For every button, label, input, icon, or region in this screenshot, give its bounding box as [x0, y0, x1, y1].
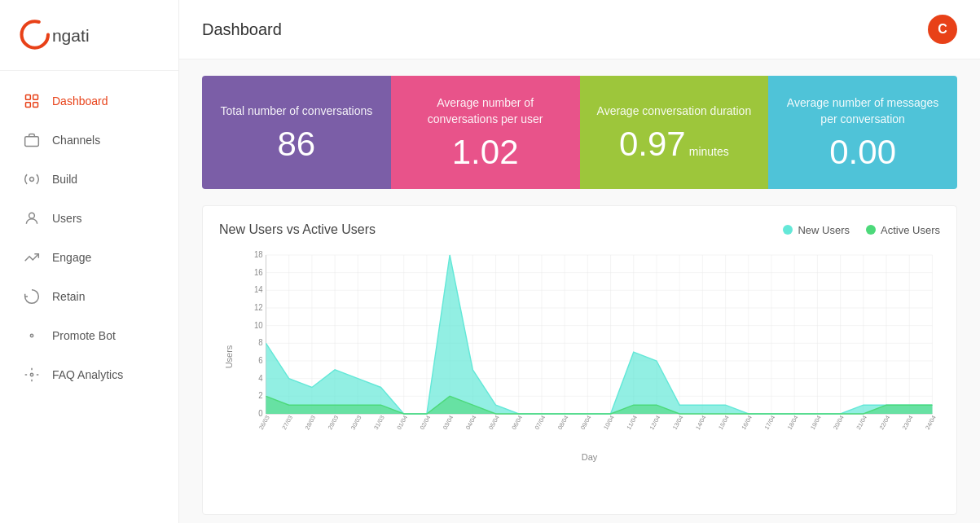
faq-analytics-icon	[23, 366, 41, 384]
stat-avg-duration: Average conversation duration 0.97minute…	[580, 76, 769, 189]
main-content: Dashboard C Total number of conversation…	[179, 0, 980, 523]
stats-row: Total number of conversations 86 Average…	[202, 76, 957, 189]
stat-avg-duration-label: Average conversation duration	[597, 103, 752, 120]
logo-area: ngati	[0, 0, 178, 71]
svg-text:05/04: 05/04	[487, 414, 501, 431]
svg-point-8	[30, 178, 34, 182]
header: Dashboard C	[179, 0, 980, 59]
svg-text:ngati: ngati	[52, 26, 90, 45]
chart-svg: 02468101214161826/0327/0328/0329/0330/03…	[239, 247, 940, 450]
sidebar-item-engage-label: Engage	[52, 251, 91, 264]
sidebar-item-faq-analytics[interactable]: FAQ Analytics	[7, 356, 172, 393]
stat-avg-duration-value: 0.97minutes	[619, 127, 729, 161]
svg-text:09/04: 09/04	[579, 414, 593, 431]
svg-text:31/03: 31/03	[372, 414, 386, 431]
svg-text:19/04: 19/04	[809, 414, 823, 431]
stat-total-conversations: Total number of conversations 86	[202, 76, 391, 189]
sidebar-item-promote-bot[interactable]: Promote Bot	[7, 317, 172, 354]
channels-icon	[23, 131, 41, 149]
legend-new-users: New Users	[783, 224, 850, 236]
svg-point-19	[30, 373, 33, 376]
nav-items: Dashboard Channels Build Users Engage	[0, 71, 178, 523]
svg-text:23/04: 23/04	[901, 414, 915, 431]
build-icon	[23, 170, 41, 188]
promote-bot-icon	[23, 327, 41, 345]
svg-text:4: 4	[258, 374, 263, 383]
svg-text:04/04: 04/04	[464, 414, 478, 431]
stat-avg-conversations-label: Average number of conversations per user	[404, 95, 567, 127]
new-users-dot	[783, 225, 793, 235]
svg-text:27/03: 27/03	[280, 414, 294, 431]
active-users-dot	[866, 225, 876, 235]
svg-text:06/04: 06/04	[510, 414, 524, 431]
svg-text:01/04: 01/04	[395, 414, 409, 431]
svg-text:08/04: 08/04	[556, 414, 570, 431]
chart-section: New Users vs Active Users New Users Acti…	[202, 205, 957, 515]
sidebar-item-channels[interactable]: Channels	[7, 121, 172, 159]
svg-text:17/04: 17/04	[763, 414, 777, 431]
svg-text:10: 10	[254, 321, 263, 330]
svg-text:03/04: 03/04	[442, 414, 455, 431]
svg-point-9	[29, 213, 35, 218]
svg-text:29/03: 29/03	[327, 414, 341, 431]
engage-icon	[23, 248, 41, 266]
logo: ngati	[16, 15, 122, 54]
page-title: Dashboard	[202, 20, 282, 39]
svg-text:21/04: 21/04	[855, 414, 868, 431]
svg-text:22/04: 22/04	[878, 414, 892, 431]
svg-point-10	[30, 334, 33, 336]
sidebar-item-build[interactable]: Build	[7, 160, 172, 198]
svg-text:6: 6	[258, 356, 262, 365]
sidebar-item-dashboard[interactable]: Dashboard	[7, 82, 172, 120]
chart-title: New Users vs Active Users	[219, 222, 376, 237]
stat-avg-messages-label: Average number of messages per conversat…	[781, 95, 944, 127]
x-axis-label: Day	[239, 452, 940, 462]
stat-avg-conversations-value: 1.02	[452, 135, 519, 169]
svg-text:18/04: 18/04	[786, 414, 800, 431]
chart-header: New Users vs Active Users New Users Acti…	[219, 222, 940, 237]
svg-text:14/04: 14/04	[694, 414, 708, 431]
svg-text:16/04: 16/04	[740, 414, 754, 431]
legend-active-users: Active Users	[866, 224, 940, 236]
svg-text:14: 14	[254, 285, 263, 294]
stat-avg-messages: Average number of messages per conversat…	[768, 76, 957, 189]
svg-text:10/04: 10/04	[602, 414, 616, 431]
stat-avg-messages-value: 0.00	[829, 135, 896, 169]
sidebar-item-users-label: Users	[52, 212, 82, 225]
svg-rect-3	[33, 95, 38, 100]
stat-total-conversations-value: 86	[278, 127, 316, 161]
svg-text:24/04: 24/04	[924, 414, 938, 431]
svg-text:12/04: 12/04	[648, 414, 662, 431]
dashboard-icon	[23, 92, 41, 110]
svg-text:8: 8	[258, 338, 262, 347]
sidebar-item-faq-analytics-label: FAQ Analytics	[52, 368, 123, 381]
legend-active-users-label: Active Users	[881, 224, 940, 236]
sidebar-item-channels-label: Channels	[52, 134, 100, 147]
y-axis-label: Users	[224, 345, 234, 369]
svg-text:30/03: 30/03	[349, 414, 363, 431]
svg-text:02/04: 02/04	[419, 414, 433, 431]
svg-rect-5	[33, 103, 38, 108]
user-avatar[interactable]: C	[928, 15, 957, 44]
svg-rect-4	[26, 103, 31, 108]
svg-point-0	[22, 21, 49, 48]
sidebar-item-dashboard-label: Dashboard	[52, 94, 108, 108]
svg-text:16: 16	[254, 268, 263, 277]
users-icon	[23, 209, 41, 227]
sidebar-item-retain[interactable]: Retain	[7, 278, 172, 315]
chart-legend: New Users Active Users	[783, 224, 940, 236]
sidebar-item-engage[interactable]: Engage	[7, 239, 172, 276]
sidebar: ngati Dashboard Channels Build Users	[0, 0, 179, 523]
sidebar-item-users[interactable]: Users	[7, 200, 172, 237]
svg-text:07/04: 07/04	[534, 414, 547, 431]
svg-text:11/04: 11/04	[625, 414, 639, 431]
sidebar-item-promote-bot-label: Promote Bot	[52, 329, 116, 342]
stat-total-conversations-label: Total number of conversations	[220, 103, 372, 120]
svg-text:15/04: 15/04	[717, 414, 731, 431]
stat-avg-duration-unit: minutes	[689, 145, 729, 158]
sidebar-item-build-label: Build	[52, 173, 77, 186]
svg-text:2: 2	[258, 391, 262, 400]
legend-new-users-label: New Users	[798, 224, 850, 236]
svg-rect-2	[26, 95, 31, 100]
svg-text:18: 18	[254, 250, 263, 259]
